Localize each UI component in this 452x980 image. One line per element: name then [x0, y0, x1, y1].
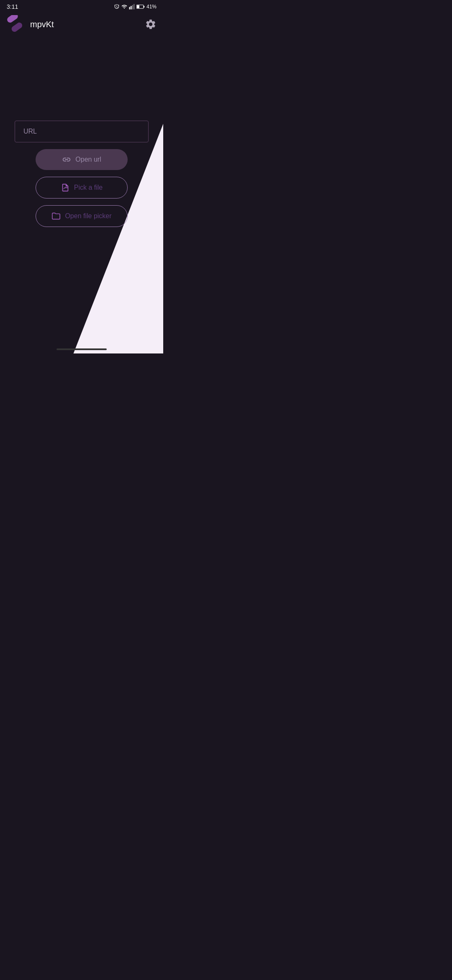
svg-rect-3: [134, 4, 134, 10]
link-icon: [62, 155, 71, 164]
svg-rect-2: [132, 5, 133, 10]
alarm-icon: [114, 4, 120, 10]
svg-rect-8: [7, 15, 19, 24]
open-picker-label: Open file picker: [65, 212, 111, 220]
open-url-label: Open url: [75, 156, 101, 163]
settings-icon[interactable]: [145, 18, 157, 30]
folder-icon: [51, 211, 61, 221]
screen: 3:11 41%: [0, 0, 163, 353]
svg-rect-7: [10, 21, 23, 33]
pick-file-button[interactable]: Pick a file: [36, 177, 128, 199]
app-bar: mpvKt: [0, 12, 163, 37]
svg-rect-5: [137, 5, 139, 8]
file-pick-icon: [61, 183, 70, 192]
url-input-container: [15, 121, 149, 142]
battery-icon: [136, 4, 145, 9]
svg-rect-0: [129, 7, 130, 10]
url-input[interactable]: [15, 121, 149, 142]
app-title: mpvKt: [30, 20, 140, 29]
battery-text: 41%: [146, 4, 157, 10]
open-url-button[interactable]: Open url: [36, 149, 128, 170]
status-time: 3:11: [7, 3, 18, 10]
svg-rect-6: [144, 6, 144, 8]
main-content: Open url Pick a file Open file picker: [0, 121, 163, 227]
open-file-picker-button[interactable]: Open file picker: [36, 205, 128, 227]
wifi-icon: [121, 4, 127, 10]
signal-icon: [129, 4, 135, 10]
status-bar: 3:11 41%: [0, 0, 163, 12]
app-logo: [7, 15, 25, 34]
pick-file-label: Pick a file: [74, 184, 103, 191]
status-icons: 41%: [114, 4, 157, 10]
nav-indicator: [56, 348, 107, 350]
svg-rect-1: [131, 6, 131, 9]
